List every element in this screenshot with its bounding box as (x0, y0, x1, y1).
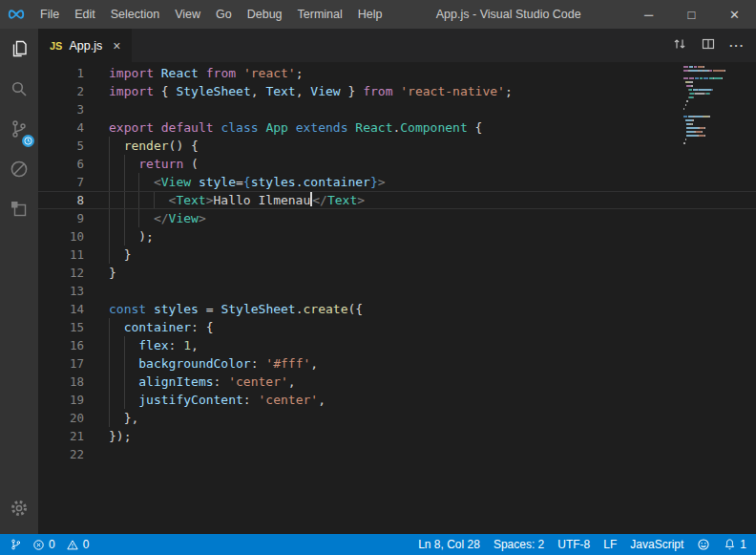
maximize-button[interactable]: □ (670, 0, 713, 29)
line-number[interactable]: 5 (38, 137, 84, 155)
menu-selection[interactable]: Selection (103, 0, 167, 29)
minimap-line (683, 104, 743, 106)
line-number[interactable]: 11 (38, 245, 84, 264)
status-warnings[interactable]: 0 (66, 538, 90, 551)
menu-debug[interactable]: Debug (240, 0, 290, 29)
status-feedback[interactable] (697, 538, 710, 551)
close-button[interactable]: ✕ (713, 0, 756, 29)
code-line[interactable]: 15container: { (38, 318, 756, 336)
minimap-line (683, 77, 743, 79)
line-number[interactable]: 15 (38, 318, 84, 336)
code-line[interactable]: 5render() { (38, 137, 756, 155)
line-number[interactable]: 7 (38, 173, 84, 191)
minimap-line (683, 100, 743, 102)
code-text: ); (109, 227, 154, 245)
code-line[interactable]: 22 (38, 445, 756, 463)
indent-guide (124, 173, 139, 191)
line-number[interactable]: 13 (38, 282, 84, 300)
code-text: } (109, 264, 116, 282)
status-notifications[interactable]: 1 (724, 538, 746, 551)
code-line[interactable]: 10); (38, 227, 756, 245)
line-number[interactable]: 21 (38, 427, 84, 445)
code-line[interactable]: 18alignItems: 'center', (38, 373, 756, 391)
tab-label: App.js (69, 39, 102, 53)
menu-bar: File Edit Selection View Go Debug Termin… (32, 0, 390, 29)
code-line[interactable]: 16flex: 1, (38, 336, 756, 354)
split-editor-icon[interactable] (701, 36, 716, 55)
activity-explorer[interactable] (0, 31, 38, 71)
menu-view[interactable]: View (167, 0, 208, 29)
minimap[interactable] (683, 66, 743, 150)
line-number[interactable]: 16 (38, 336, 84, 354)
activity-settings[interactable] (0, 490, 38, 530)
code-line[interactable]: 7<View style={styles.container}> (38, 173, 756, 191)
line-number[interactable]: 6 (38, 155, 84, 173)
code-line[interactable]: 17backgroundColor: '#fff', (38, 354, 756, 373)
status-cursor-position[interactable]: Ln 8, Col 28 (418, 538, 480, 551)
code-line[interactable]: 13 (38, 282, 756, 300)
menu-edit[interactable]: Edit (67, 0, 103, 29)
code-line[interactable]: 12} (38, 264, 756, 282)
open-changes-icon[interactable] (672, 36, 687, 55)
code-line[interactable]: 9</View> (38, 209, 756, 227)
javascript-file-icon: JS (50, 40, 62, 52)
line-number[interactable]: 4 (38, 118, 84, 137)
status-eol[interactable]: LF (603, 538, 617, 551)
code-line[interactable]: 4export default class App extends React.… (38, 118, 756, 137)
editor[interactable]: 1import React from 'react';2import { Sty… (38, 62, 756, 534)
line-number[interactable]: 20 (38, 409, 84, 427)
line-number[interactable]: 12 (38, 264, 84, 282)
code-line[interactable]: 8<Text>Hallo Ilmenau</Text> (38, 191, 756, 209)
gear-icon (8, 497, 31, 523)
code-line[interactable]: 19justifyContent: 'center', (38, 391, 756, 409)
code-text: } (109, 245, 131, 264)
line-number[interactable]: 2 (38, 82, 84, 100)
menu-go[interactable]: Go (208, 0, 240, 29)
activity-extensions[interactable] (0, 191, 38, 231)
line-number[interactable]: 8 (38, 192, 84, 208)
line-number[interactable]: 19 (38, 391, 84, 409)
line-number[interactable]: 17 (38, 354, 84, 373)
status-git-branch[interactable] (10, 538, 22, 551)
code-line[interactable]: 20}, (38, 409, 756, 427)
activity-search[interactable] (0, 71, 38, 111)
code-text: }); (109, 427, 131, 445)
minimap-line (683, 66, 743, 68)
code-line[interactable]: 1import React from 'react'; (38, 64, 756, 82)
status-encoding[interactable]: UTF-8 (557, 538, 590, 551)
line-number[interactable]: 3 (38, 100, 84, 118)
code-line[interactable]: 6return ( (38, 155, 756, 173)
status-errors[interactable]: 0 (32, 538, 55, 551)
line-number[interactable]: 9 (38, 209, 84, 227)
code-line[interactable]: 11} (38, 245, 756, 264)
indent-guide (109, 173, 124, 191)
line-number[interactable]: 1 (38, 64, 84, 82)
code-line[interactable]: 14const styles = StyleSheet.create({ (38, 300, 756, 318)
status-language-mode[interactable]: JavaScript (630, 538, 683, 551)
code-line[interactable]: 3 (38, 100, 756, 118)
code-text: <Text>Hallo Ilmenau</Text> (109, 192, 365, 208)
code-text: return ( (109, 155, 199, 173)
status-indentation[interactable]: Spaces: 2 (494, 538, 544, 551)
line-number[interactable]: 14 (38, 300, 84, 318)
code-text: const styles = StyleSheet.create({ (109, 300, 363, 318)
warning-count: 0 (83, 538, 90, 551)
line-number[interactable]: 18 (38, 373, 84, 391)
extensions-icon (8, 198, 31, 224)
tab-appjs[interactable]: JS App.js × (38, 29, 132, 62)
tab-close-icon[interactable]: × (113, 38, 120, 53)
minimap-line (683, 85, 743, 87)
menu-terminal[interactable]: Terminal (290, 0, 350, 29)
more-actions-icon[interactable]: ··· (729, 38, 745, 53)
code-line[interactable]: 2import { StyleSheet, Text, View } from … (38, 82, 756, 100)
code-line[interactable]: 21}); (38, 427, 756, 445)
line-number[interactable]: 10 (38, 227, 84, 245)
minimize-button[interactable]: ─ (627, 0, 670, 29)
activity-debug[interactable] (0, 151, 38, 191)
menu-file[interactable]: File (32, 0, 67, 29)
window-controls: ─ □ ✕ (627, 0, 756, 29)
code-text: import React from 'react'; (109, 64, 304, 82)
line-number[interactable]: 22 (38, 445, 84, 463)
activity-source-control[interactable] (0, 111, 38, 151)
menu-help[interactable]: Help (350, 0, 390, 29)
